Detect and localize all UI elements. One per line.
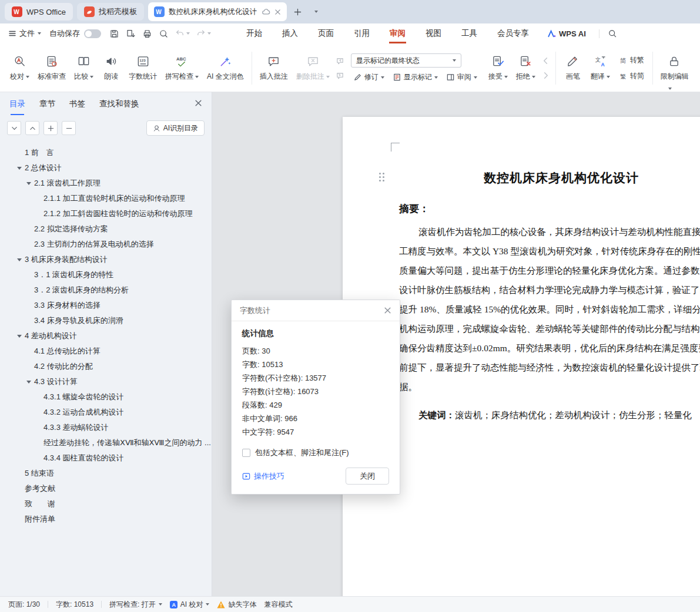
menubar-item[interactable]: 会员专享	[487, 23, 539, 43]
expand-arrow-icon[interactable]	[24, 182, 34, 185]
previous-comment-icon[interactable]	[336, 56, 344, 65]
spell-check-button[interactable]: ABC 拼写检查	[161, 47, 203, 89]
menubar-item[interactable]: 页面	[308, 23, 344, 43]
track-changes-button[interactable]: 修订	[351, 72, 387, 83]
zoom-in-toc-button[interactable]	[43, 121, 58, 135]
toc-item[interactable]: 2.2 拟定选择传动方案	[0, 221, 212, 237]
toc-item[interactable]: 1 前 言	[0, 145, 212, 160]
print-preview-icon[interactable]	[159, 29, 169, 39]
tips-link[interactable]: 操作技巧	[242, 471, 284, 482]
menubar-item[interactable]: 引用	[344, 23, 380, 43]
undo-control[interactable]	[175, 29, 190, 38]
toc-item[interactable]: 2 总体设计	[0, 160, 212, 176]
translate-button[interactable]: 文A 翻译	[587, 47, 614, 89]
new-tab-button[interactable]	[291, 5, 305, 19]
redo-control[interactable]	[196, 29, 211, 38]
output-icon[interactable]	[126, 29, 136, 39]
standard-review-button[interactable]: 标准审查	[34, 47, 70, 89]
toc-item[interactable]: 2.1.2 加工斜齿圆柱齿轮时的运动和传动原理	[0, 206, 212, 221]
previous-revision-icon[interactable]	[541, 56, 550, 65]
toc-item[interactable]: 3．1 滚齿机床身的特性	[0, 267, 212, 283]
ai-proofread-status[interactable]: A AI 校对	[170, 600, 210, 610]
page-indicator[interactable]: 页面: 1/30	[8, 600, 40, 610]
sidebar-tab-toc[interactable]: 目录	[9, 99, 25, 109]
zoom-out-toc-button[interactable]	[62, 121, 76, 135]
proofread-button[interactable]: 校对	[6, 47, 34, 89]
sidebar-tab-find-replace[interactable]: 查找和替换	[99, 99, 139, 109]
toc-item[interactable]: 致 谢	[0, 496, 212, 512]
markup-state-select[interactable]: 显示标记的最终状态	[351, 53, 461, 68]
show-markup-button[interactable]: 显示标记	[390, 72, 440, 83]
menubar-item[interactable]: 工具	[451, 23, 487, 43]
menubar-item[interactable]: 审阅	[380, 23, 416, 43]
tab-document-active[interactable]: W 数控机床床身机构优化设计 讠	[148, 2, 287, 21]
next-comment-icon[interactable]	[336, 71, 344, 80]
word-count-indicator[interactable]: 字数: 10513	[56, 600, 93, 610]
file-menu[interactable]: 文件	[0, 28, 41, 39]
toc-item[interactable]: 4.3.3 差动蜗轮设计	[0, 420, 212, 435]
toc-item[interactable]: 2.1 滚齿机工作原理	[0, 176, 212, 191]
menubar-item[interactable]: 插入	[272, 23, 308, 43]
toc-item[interactable]: 4.3 设计计算	[0, 374, 212, 389]
toc-item[interactable]: 3.3 床身材料的选择	[0, 298, 212, 313]
next-revision-icon[interactable]	[541, 71, 550, 80]
toc-item[interactable]: 4 差动机构设计	[0, 328, 212, 344]
close-dialog-button[interactable]: 关闭	[346, 468, 389, 485]
read-aloud-button[interactable]: 朗读	[98, 47, 125, 89]
reject-button[interactable]: 拒绝	[512, 47, 540, 89]
dialog-titlebar[interactable]: 字数统计	[232, 300, 400, 321]
close-sidebar-icon[interactable]	[195, 99, 202, 107]
close-tab-icon[interactable]	[274, 9, 281, 15]
review-pane-button[interactable]: 审阅	[444, 72, 480, 83]
toc-item[interactable]: 2.1.1 加工直齿轮时机床的运动和传动原理	[0, 191, 212, 206]
toc-item[interactable]: 4.3.1 螺旋伞齿轮的设计	[0, 389, 212, 405]
insert-comment-button[interactable]: 插入批注	[256, 47, 292, 89]
toc-item[interactable]: 3．2 滚齿机床身的结构分析	[0, 283, 212, 298]
delete-comment-button[interactable]: 删除批注	[292, 47, 334, 89]
collapse-all-button[interactable]	[25, 121, 39, 135]
search-icon[interactable]	[608, 29, 617, 38]
tab-wps-office[interactable]: W WPS Office	[5, 3, 73, 21]
expand-arrow-icon[interactable]	[14, 258, 25, 261]
expand-all-button[interactable]	[7, 121, 21, 135]
accept-button[interactable]: 接受	[484, 47, 512, 89]
compare-button[interactable]: 比较	[70, 47, 98, 89]
toc-item[interactable]: 3.4 床身导轨及机床的润滑	[0, 313, 212, 328]
expand-arrow-icon[interactable]	[14, 167, 25, 170]
expand-arrow-icon[interactable]	[24, 381, 34, 384]
include-footnotes-checkbox[interactable]	[242, 449, 250, 457]
missing-font-warning[interactable]: 缺失字体	[217, 600, 256, 610]
toc-item[interactable]: 4.3.2 运动合成机构设计	[0, 405, 212, 420]
toc-item[interactable]: 2.3 主切削力的估算及电动机的选择	[0, 237, 212, 252]
ribbon-collapse-icon[interactable]	[668, 88, 672, 90]
menubar-item[interactable]: 视图	[416, 23, 451, 43]
ai-polish-button[interactable]: AI 全文润色	[203, 47, 248, 89]
close-dialog-icon[interactable]	[384, 307, 391, 314]
save-icon[interactable]	[109, 29, 119, 39]
paragraph-drag-handle-icon[interactable]	[379, 173, 381, 174]
print-icon[interactable]	[142, 29, 152, 39]
toc-item[interactable]: 参考文献	[0, 481, 212, 496]
toc-item[interactable]: 经过差动挂轮，传递轴ⅩⅦ和轴ⅩⅧ之间的动力 ...	[0, 435, 212, 450]
sidebar-tab-chapter[interactable]: 章节	[39, 99, 55, 109]
tab-docer-template[interactable]: 找稻壳模板	[77, 3, 144, 21]
to-traditional-button[interactable]: 简 转繁	[617, 55, 647, 66]
to-simplified-button[interactable]: 繁 转简	[617, 70, 647, 82]
sidebar-tab-bookmark[interactable]: 书签	[69, 99, 85, 109]
toc-item[interactable]: 4.1 总传动比的计算	[0, 344, 212, 359]
restrict-edit-button[interactable]: 限制编辑	[657, 47, 693, 89]
toc-item[interactable]: 5 结束语	[0, 466, 212, 481]
expand-arrow-icon[interactable]	[14, 335, 25, 338]
spell-check-status[interactable]: 拼写检查: 打开	[109, 600, 162, 610]
word-count-button[interactable]: 123 字数统计	[125, 47, 161, 89]
toc-item[interactable]: 4.3.4 圆柱直齿轮的设计	[0, 450, 212, 466]
toc-item[interactable]: 3 机床床身装配结构设计	[0, 252, 212, 267]
ai-recognize-toc-button[interactable]: AI识别目录	[146, 120, 205, 136]
tab-list-button[interactable]	[309, 5, 323, 19]
menubar-item[interactable]: 开始	[236, 23, 272, 43]
toc-item[interactable]: 附件清单	[0, 512, 212, 527]
autosave-toggle[interactable]	[84, 29, 101, 38]
toc-item[interactable]: 4.2 传动比的分配	[0, 359, 212, 374]
brush-button[interactable]: 画笔	[560, 47, 587, 89]
wps-ai-menu[interactable]: WPS AI	[539, 29, 594, 38]
